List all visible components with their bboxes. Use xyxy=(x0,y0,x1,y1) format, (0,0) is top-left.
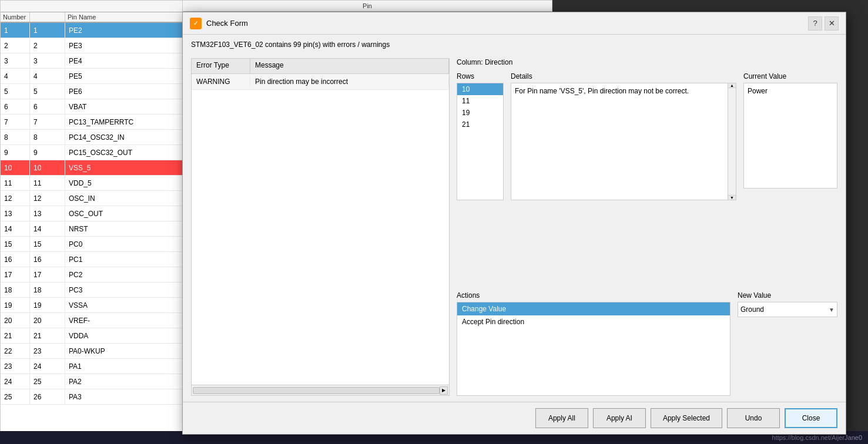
current-value-label: Current Value xyxy=(743,72,837,80)
cell-pin-number: 16 xyxy=(30,252,65,267)
details-box: For Pin name 'VSS_5', Pin direction may … xyxy=(511,83,736,200)
scroll-up-btn[interactable]: ▲ xyxy=(728,83,736,88)
cell-pin-name: VSSA xyxy=(65,298,183,312)
cell-row-number: 8 xyxy=(1,130,30,144)
rows-item-10[interactable]: 10 xyxy=(457,83,503,95)
cell-pin-name: PC2 xyxy=(65,267,183,282)
cell-pin-number: 6 xyxy=(30,99,65,114)
apply-all-button[interactable]: Apply All xyxy=(535,408,588,428)
col-header-number: Number xyxy=(1,12,30,22)
error-list-panel: Error Type Message WARNING Pin direction… xyxy=(191,58,450,396)
details-section: Details For Pin name 'VSS_5', Pin direct… xyxy=(511,72,736,283)
cell-pin-name: NRST xyxy=(65,221,183,236)
modal-titlebar: ✓ Check Form ? ✕ xyxy=(183,12,846,35)
cell-pin-name: PE6 xyxy=(65,84,183,99)
dropdown-arrow-icon: ▼ xyxy=(829,307,835,313)
close-button[interactable]: Close xyxy=(785,408,837,428)
new-value-label: New Value xyxy=(738,291,837,300)
status-url: https://blog.csdn.net/AijerJane0 xyxy=(772,434,862,441)
cell-pin-name: PA3 xyxy=(65,389,183,404)
info-text: STM32F103_VET6_02 contains 99 pin(s) wit… xyxy=(191,41,390,49)
cell-row-number: 20 xyxy=(1,313,30,328)
undo-button[interactable]: Undo xyxy=(727,408,780,428)
error-type-cell: WARNING xyxy=(192,76,250,87)
action-change-value[interactable]: Change Value xyxy=(457,302,730,315)
cell-pin-number: 3 xyxy=(30,53,65,68)
cell-row-number: 25 xyxy=(1,389,30,404)
cell-row-number: 4 xyxy=(1,69,30,83)
check-form-dialog: ✓ Check Form ? ✕ STM32F103_VET6_02 conta… xyxy=(182,12,846,435)
cell-pin-number: 26 xyxy=(30,389,65,404)
cell-pin-number: 13 xyxy=(30,206,65,221)
details-text: For Pin name 'VSS_5', Pin direction may … xyxy=(511,83,728,200)
cell-pin-number: 8 xyxy=(30,130,65,144)
cell-pin-name: VBAT xyxy=(65,99,183,114)
cell-row-number: 24 xyxy=(1,374,30,389)
cell-pin-name: PE4 xyxy=(65,53,183,68)
rows-item-19[interactable]: 19 xyxy=(457,107,503,119)
actions-section: Actions Change Value Accept Pin directio… xyxy=(457,291,730,396)
actions-newvalue-area: Actions Change Value Accept Pin directio… xyxy=(457,291,837,396)
actions-list[interactable]: Change Value Accept Pin direction xyxy=(457,302,730,396)
cell-row-number: 7 xyxy=(1,115,30,129)
cell-pin-name: VSS_5 xyxy=(65,160,183,175)
cell-row-number: 11 xyxy=(1,176,30,190)
cell-row-number: 5 xyxy=(1,84,30,99)
current-value-section: Current Value Power xyxy=(743,72,837,283)
cell-pin-name: PC0 xyxy=(65,237,183,251)
rows-label: Rows xyxy=(457,72,504,80)
actions-label: Actions xyxy=(457,291,730,300)
new-value-selected: Ground xyxy=(740,305,829,314)
cell-row-number: 10 xyxy=(1,160,30,175)
scroll-down-btn[interactable]: ▼ xyxy=(728,195,736,200)
cell-pin-number: 14 xyxy=(30,221,65,236)
apply-ai-button[interactable]: Apply AI xyxy=(593,408,646,428)
h-scrollbar-thumb[interactable] xyxy=(193,387,440,394)
details-label: Details xyxy=(511,72,736,80)
rows-item-11[interactable]: 11 xyxy=(457,95,503,107)
cell-pin-number: 4 xyxy=(30,69,65,83)
error-row-item[interactable]: WARNING Pin direction may be incorrect xyxy=(192,74,449,90)
modal-title: Check Form xyxy=(206,19,808,28)
new-value-section: New Value Ground ▼ xyxy=(738,291,837,396)
cell-pin-number: 23 xyxy=(30,344,65,358)
cell-row-number: 22 xyxy=(1,344,30,358)
new-value-dropdown[interactable]: Ground ▼ xyxy=(738,302,837,317)
cell-pin-name: VREF- xyxy=(65,313,183,328)
cell-pin-number: 1 xyxy=(30,23,65,38)
cell-pin-number: 18 xyxy=(30,282,65,297)
cell-row-number: 3 xyxy=(1,53,30,68)
rows-list[interactable]: 10 11 19 21 xyxy=(457,83,504,200)
cell-pin-number: 10 xyxy=(30,160,65,175)
cell-pin-name: OSC_IN xyxy=(65,191,183,206)
column-direction-label: Column: Direction xyxy=(457,58,837,66)
details-scrollbar[interactable]: ▲ ▼ xyxy=(728,83,736,200)
h-scroll-right-btn[interactable]: ▶ xyxy=(440,386,448,395)
help-button[interactable]: ? xyxy=(808,16,822,31)
cell-pin-number: 11 xyxy=(30,176,65,190)
cell-row-number: 2 xyxy=(1,38,30,53)
right-panel: Column: Direction Rows 10 11 19 21 xyxy=(457,58,837,396)
cell-pin-number: 20 xyxy=(30,313,65,328)
apply-selected-button[interactable]: Apply Selected xyxy=(651,408,722,428)
cell-pin-number: 12 xyxy=(30,191,65,206)
modal-main-content: Error Type Message WARNING Pin direction… xyxy=(191,58,837,396)
cell-row-number: 13 xyxy=(1,206,30,221)
close-titlebar-button[interactable]: ✕ xyxy=(825,16,839,31)
modal-info-row: STM32F103_VET6_02 contains 99 pin(s) wit… xyxy=(191,41,837,49)
error-list-header: Error Type Message xyxy=(192,59,449,74)
cell-pin-name: PE5 xyxy=(65,69,183,83)
cell-row-number: 9 xyxy=(1,145,30,160)
cell-pin-number: 17 xyxy=(30,267,65,282)
rows-item-21[interactable]: 21 xyxy=(457,119,503,130)
cell-row-number: 1 xyxy=(1,23,30,38)
cell-pin-number: 25 xyxy=(30,374,65,389)
cell-pin-number: 2 xyxy=(30,38,65,53)
cell-row-number: 23 xyxy=(1,359,30,374)
cell-pin-number: 9 xyxy=(30,145,65,160)
modal-footer: Apply All Apply AI Apply Selected Undo C… xyxy=(183,402,846,434)
cell-pin-number: 5 xyxy=(30,84,65,99)
error-list-body[interactable]: WARNING Pin direction may be incorrect xyxy=(192,74,449,385)
action-accept-direction[interactable]: Accept Pin direction xyxy=(457,315,730,328)
cell-pin-name: PE2 xyxy=(65,23,183,38)
